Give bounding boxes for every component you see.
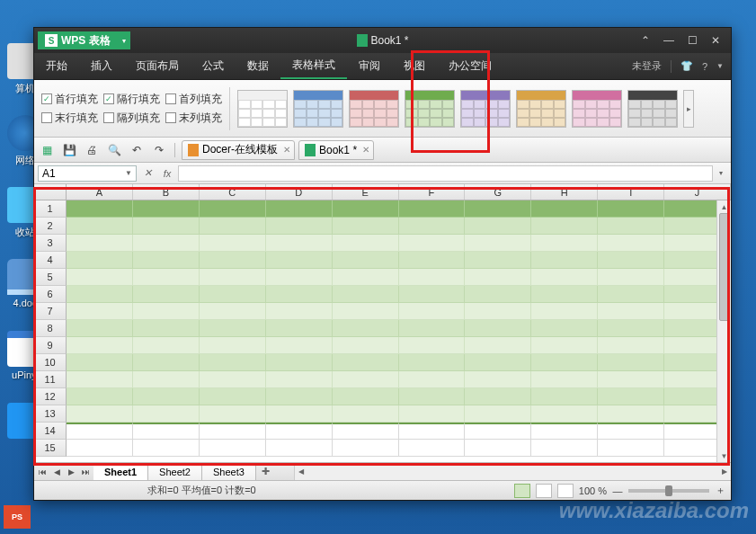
table-style-dark[interactable]	[627, 90, 678, 128]
cell-A9[interactable]	[67, 337, 133, 354]
menu-数据[interactable]: 数据	[236, 53, 280, 79]
cell-E3[interactable]	[333, 235, 399, 252]
cell-H1[interactable]	[531, 200, 598, 218]
cell-B2[interactable]	[133, 218, 200, 235]
cell-C9[interactable]	[200, 337, 266, 354]
cell-B12[interactable]	[133, 388, 200, 405]
cell-D9[interactable]	[266, 337, 333, 354]
cell-D14[interactable]	[266, 423, 333, 440]
cell-E13[interactable]	[333, 405, 399, 423]
cell-B8[interactable]	[133, 320, 200, 337]
cell-F4[interactable]	[399, 252, 466, 269]
cell-G12[interactable]	[465, 388, 531, 405]
cell-A3[interactable]	[67, 235, 133, 252]
cell-H13[interactable]	[531, 405, 598, 423]
cell-E5[interactable]	[333, 269, 399, 286]
cell-D1[interactable]	[266, 200, 333, 218]
column-header-I[interactable]: I	[598, 184, 664, 200]
cell-A1[interactable]	[67, 200, 133, 218]
cell-C14[interactable]	[200, 423, 266, 440]
cell-D12[interactable]	[266, 388, 333, 405]
print-button[interactable]: 🖨	[83, 141, 101, 159]
zoom-level[interactable]: 100 %	[579, 485, 607, 496]
cell-F13[interactable]	[399, 405, 466, 423]
cell-C3[interactable]	[200, 235, 266, 252]
cell-G14[interactable]	[465, 423, 531, 440]
cell-I7[interactable]	[598, 303, 664, 320]
new-button[interactable]: ▦	[38, 141, 56, 159]
column-header-C[interactable]: C	[200, 184, 266, 200]
cell-G4[interactable]	[465, 252, 531, 269]
cell-C11[interactable]	[200, 371, 266, 388]
column-header-E[interactable]: E	[333, 184, 399, 200]
cell-F3[interactable]	[399, 235, 466, 252]
table-style-plain[interactable]	[237, 90, 288, 128]
cell-I5[interactable]	[598, 269, 664, 286]
cell-F2[interactable]	[399, 218, 466, 235]
print-preview-button[interactable]: 🔍	[105, 141, 123, 159]
scroll-right-arrow[interactable]: ▶	[718, 463, 731, 480]
cell-G5[interactable]	[465, 269, 531, 286]
menu-表格样式[interactable]: 表格样式	[280, 53, 347, 79]
fill-option-末列填充[interactable]: 末列填充	[165, 111, 222, 126]
cell-B3[interactable]	[133, 235, 200, 252]
cell-A4[interactable]	[67, 252, 133, 269]
checkbox-icon[interactable]	[165, 93, 176, 104]
cell-B14[interactable]	[133, 423, 200, 440]
cell-B11[interactable]	[133, 371, 200, 388]
column-header-G[interactable]: G	[465, 184, 531, 200]
cell-H8[interactable]	[531, 320, 598, 337]
zoom-slider[interactable]	[628, 489, 709, 493]
menu-审阅[interactable]: 审阅	[347, 53, 392, 79]
cell-I12[interactable]	[598, 388, 664, 405]
scroll-up-arrow[interactable]: ▲	[717, 200, 731, 213]
name-box[interactable]: A1▼	[38, 165, 137, 182]
table-style-red[interactable]	[349, 90, 399, 128]
sheet-tab-Sheet2[interactable]: Sheet2	[148, 463, 202, 480]
spreadsheet-grid[interactable]: ABCDEFGHIJ 123456789101112131415 ▲ ▼	[34, 184, 731, 462]
cell-H14[interactable]	[531, 423, 598, 440]
formula-input[interactable]	[178, 165, 713, 182]
cell-H11[interactable]	[531, 371, 598, 388]
row-header-12[interactable]: 12	[34, 388, 67, 405]
cell-I2[interactable]	[598, 218, 664, 235]
sheet-tab-Sheet3[interactable]: Sheet3	[202, 463, 256, 480]
cell-E9[interactable]	[333, 337, 399, 354]
table-style-pink[interactable]	[572, 90, 622, 128]
undo-button[interactable]: ↶	[128, 141, 146, 159]
save-button[interactable]: 💾	[60, 141, 78, 159]
cell-E2[interactable]	[333, 218, 399, 235]
cell-C6[interactable]	[200, 286, 266, 303]
row-header-10[interactable]: 10	[34, 354, 67, 371]
row-header-13[interactable]: 13	[34, 405, 67, 423]
cell-C13[interactable]	[200, 405, 266, 423]
column-header-A[interactable]: A	[67, 184, 133, 200]
cell-D8[interactable]	[266, 320, 333, 337]
checkbox-icon[interactable]	[41, 112, 52, 123]
close-button[interactable]: ✕	[706, 32, 725, 49]
doc-tab[interactable]: Docer-在线模板✕	[182, 140, 295, 160]
zoom-in-button[interactable]: ＋	[715, 484, 725, 497]
scroll-thumb[interactable]	[719, 213, 729, 321]
cell-E10[interactable]	[333, 354, 399, 371]
checkbox-icon[interactable]	[41, 93, 52, 104]
fill-option-首行填充[interactable]: 首行填充	[41, 92, 98, 107]
cell-E7[interactable]	[333, 303, 399, 320]
cell-C5[interactable]	[200, 269, 266, 286]
cell-H7[interactable]	[531, 303, 598, 320]
cell-H10[interactable]	[531, 354, 598, 371]
cell-H9[interactable]	[531, 337, 598, 354]
table-style-green[interactable]	[405, 90, 455, 128]
cell-E8[interactable]	[333, 320, 399, 337]
menu-页面布局[interactable]: 页面布局	[124, 53, 191, 79]
row-header-7[interactable]: 7	[34, 303, 67, 320]
table-style-orange[interactable]	[516, 90, 566, 128]
expand-formula-button[interactable]: ▾	[715, 165, 727, 182]
cell-D2[interactable]	[266, 218, 333, 235]
column-header-B[interactable]: B	[133, 184, 200, 200]
cell-D3[interactable]	[266, 235, 333, 252]
row-header-11[interactable]: 11	[34, 371, 67, 388]
cell-G8[interactable]	[465, 320, 531, 337]
cell-F5[interactable]	[399, 269, 466, 286]
wps-taskbar-icon[interactable]: PS	[4, 505, 31, 529]
